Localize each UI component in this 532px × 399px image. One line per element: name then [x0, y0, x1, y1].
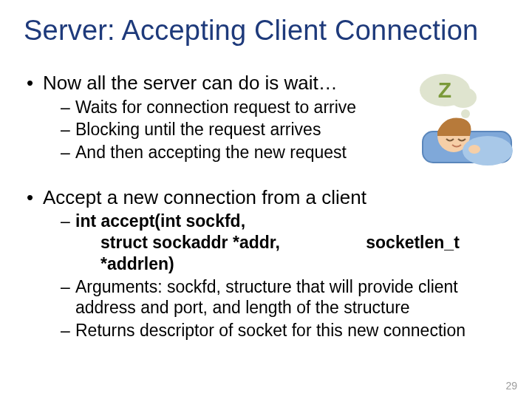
sub-arguments: Arguments: sockfd, structure that will p… [61, 276, 514, 319]
sig-line2-left: struct sockaddr *addr, [100, 233, 280, 252]
bullet-wait-text: Now all the server can do is wait… [43, 72, 338, 94]
sub-returns: Returns descriptor of socket for this ne… [61, 320, 514, 341]
sig-line2-right: socketlen_t [366, 232, 460, 253]
sleep-illustration: Z [400, 68, 519, 171]
svg-point-1 [450, 87, 477, 108]
bullet-accept-text: Accept a new connection from a client [43, 186, 366, 208]
sig-line3: *addrlen) [75, 253, 514, 275]
sig-line2: struct sockaddr *addr, socketlen_t [75, 232, 514, 253]
sig-line1: int accept(int sockfd, [75, 211, 514, 232]
sub-signature: int accept(int sockfd, struct sockaddr *… [61, 211, 514, 274]
sleep-icon: Z [400, 68, 519, 171]
bullet-accept: Accept a new connection from a client in… [27, 185, 514, 341]
slide-title: Server: Accepting Client Connection [24, 16, 517, 46]
slide: Server: Accepting Client Connection Now … [0, 0, 532, 399]
svg-point-8 [468, 145, 480, 154]
page-number: 29 [505, 380, 517, 392]
z-letter: Z [438, 78, 451, 102]
svg-point-2 [461, 109, 470, 118]
